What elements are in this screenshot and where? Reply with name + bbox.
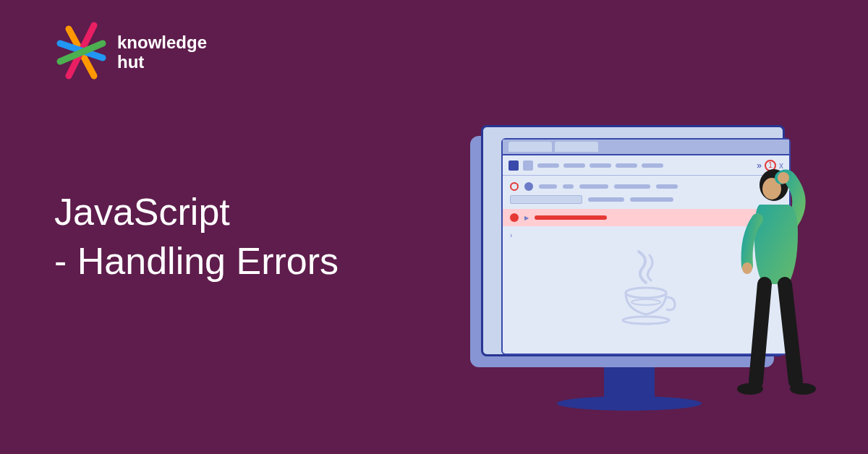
console-text — [539, 184, 557, 189]
svg-point-7 — [737, 383, 763, 395]
toolbar-item — [590, 163, 611, 168]
device-icon — [523, 160, 533, 171]
url-input — [510, 195, 582, 204]
svg-point-0 — [626, 288, 666, 298]
toolbar-item — [537, 163, 559, 168]
prompt-icon: › — [510, 231, 512, 239]
svg-point-6 — [742, 262, 752, 274]
console-text — [563, 184, 574, 189]
browser-tab — [555, 142, 598, 152]
person-illustration — [720, 165, 825, 407]
illustration: » 1 x — [470, 121, 825, 425]
console-text — [579, 184, 608, 189]
svg-point-1 — [631, 299, 660, 305]
browser-tab — [509, 142, 552, 152]
monitor-base — [557, 396, 702, 411]
logo-mark-icon — [54, 22, 109, 83]
svg-point-5 — [778, 172, 789, 184]
logo-text: knowledge hut — [117, 33, 207, 72]
toolbar-item — [642, 163, 663, 168]
inspect-icon — [509, 160, 519, 171]
toolbar-item — [616, 163, 637, 168]
error-dot-icon — [510, 213, 519, 222]
console-text — [614, 184, 650, 189]
svg-point-2 — [623, 317, 669, 324]
console-text — [630, 197, 673, 202]
title-line1: JavaScript — [54, 188, 339, 237]
monitor-stand — [604, 367, 655, 400]
logo-line1: knowledge — [117, 33, 207, 52]
logo: knowledge hut — [54, 22, 207, 83]
toolbar-item — [563, 163, 585, 168]
title-line2: - Handling Errors — [54, 237, 339, 286]
java-logo-icon — [613, 248, 678, 327]
browser-tab-bar — [503, 140, 789, 155]
console-text — [656, 184, 678, 189]
dot-icon — [524, 182, 533, 191]
console-text — [588, 197, 624, 202]
svg-point-8 — [790, 383, 816, 395]
logo-line2: hut — [117, 53, 207, 72]
block-icon — [510, 182, 519, 191]
play-icon: ▶ — [524, 215, 529, 221]
error-message — [535, 215, 607, 220]
page-title: JavaScript - Handling Errors — [54, 188, 339, 286]
